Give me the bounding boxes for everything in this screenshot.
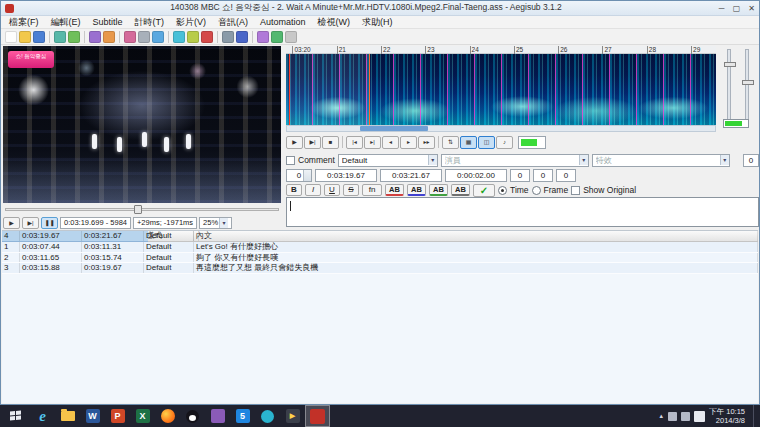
primary-color-button[interactable]: AB [385,184,404,196]
taskbar-aegisub-active[interactable] [305,405,330,427]
secondary-color-button[interactable]: AB [407,184,426,196]
title-bar[interactable]: 140308 MBC 쇼! 음악중심 - 2. Wait A Minute+Mr… [1,1,759,16]
audio-spectrogram[interactable] [286,54,716,125]
close-button[interactable]: ✕ [744,2,759,15]
effect-dropdown[interactable]: 特效 ▾ [592,154,730,167]
actor-dropdown[interactable]: 演員 ▾ [441,154,589,167]
options-icon[interactable] [285,31,297,43]
taskbar-qq[interactable] [180,405,205,427]
autoscroll-toggle[interactable]: ◫ [478,136,495,149]
comment-checkbox[interactable] [286,156,295,165]
hidden-icons-arrow[interactable]: ▲ [658,413,664,419]
resample-resolution-icon[interactable] [236,31,248,43]
audio-scrollbar-thumb[interactable] [360,126,428,131]
menu-video[interactable]: 影片(V) [170,16,212,29]
redo-icon[interactable] [68,31,80,43]
menu-subtitle[interactable]: Subtitle [87,16,129,29]
subtitle-row-2[interactable]: 2 0:03:11.65 0:03:15.74 Default 夠了 你又有什麼… [2,253,758,264]
selection-end-marker[interactable] [369,54,370,125]
taskbar-media-player[interactable]: ▶ [280,405,305,427]
autocommit-toggle[interactable]: ▦ [460,136,477,149]
taskbar-firefox[interactable] [155,405,180,427]
properties-icon[interactable] [124,31,136,43]
video-play-line-button[interactable]: ▶| [22,217,39,229]
subtitle-row-1[interactable]: 1 0:03:07.44 0:03:11.31 Default Let's Go… [2,242,758,253]
menu-timing[interactable]: 計時(T) [129,16,171,29]
seek-track[interactable] [5,208,279,211]
timing-postprocessor-icon[interactable] [201,31,213,43]
menu-audio[interactable]: 音訊(A) [212,16,254,29]
play-first-500ms-button[interactable]: ◂ [382,136,399,149]
selection-start-marker[interactable] [289,54,290,125]
maximize-button[interactable]: ▢ [729,2,744,15]
taskbar-app-5[interactable]: 5 [230,405,255,427]
seek-thumb[interactable] [134,205,142,214]
undo-icon[interactable] [54,31,66,43]
play-500ms-before-button[interactable]: |◂ [346,136,363,149]
tray-icon-2[interactable] [681,412,690,421]
margin-left-field[interactable]: 0 [510,169,530,182]
margin-right-field[interactable]: 0 [533,169,553,182]
zoom-volume-link-indicator[interactable] [723,119,749,128]
subtitle-text-editor[interactable] [286,197,759,227]
video-display[interactable]: 쇼! 음악중심 [3,46,281,203]
menu-edit[interactable]: 編輯(E) [45,16,87,29]
video-play-button[interactable]: ▶ [3,217,20,229]
taskbar-excel[interactable]: X [130,405,155,427]
minimize-button[interactable]: ─ [714,2,729,15]
taskbar-clock[interactable]: 下午 10:15 2014/3/8 [709,407,749,425]
taskbar-violet-app[interactable] [205,405,230,427]
menu-automation[interactable]: Automation [254,16,312,29]
margin-vertical-field[interactable]: 0 [556,169,576,182]
audio-level-spinner[interactable] [518,136,546,149]
duration-field[interactable]: 0:00:02.00 [445,169,507,182]
bold-button[interactable]: B [286,184,302,196]
taskbar-word[interactable]: W [80,405,105,427]
audio-stop-button[interactable]: ■ [322,136,339,149]
time-radio[interactable] [498,186,507,195]
new-subtitles-icon[interactable] [5,31,17,43]
font-face-button[interactable]: fn [362,184,382,196]
show-desktop-button[interactable] [753,405,758,427]
vertical-link-toggle[interactable]: ⇅ [442,136,459,149]
video-zoom-dropdown[interactable]: 25% ▾ [199,217,232,229]
taskbar-powerpoint[interactable]: P [105,405,130,427]
audio-vertical-zoom-slider[interactable] [727,49,731,127]
play-last-500ms-button[interactable]: ▸ [400,136,417,149]
frame-radio[interactable] [532,186,541,195]
save-subtitles-icon[interactable] [33,31,45,43]
underline-button[interactable]: U [324,184,340,196]
audio-play-selection-button[interactable]: ▶ [286,136,303,149]
styling-assistant-icon[interactable] [271,31,283,43]
play-500ms-after-button[interactable]: ▸| [364,136,381,149]
select-lines-icon[interactable] [187,31,199,43]
menu-help[interactable]: 求助(H) [356,16,399,29]
subtitle-row-4-selected[interactable]: 4 0:03:19.67 0:03:21.67 Default [2,231,148,242]
kanji-timer-icon[interactable] [222,31,234,43]
start-button[interactable] [0,405,30,427]
outline-color-button[interactable]: AB [429,184,448,196]
style-dropdown[interactable]: Default ▾ [338,154,438,167]
audio-scrollbar[interactable] [286,125,716,132]
open-subtitles-icon[interactable] [19,31,31,43]
translation-assistant-icon[interactable] [257,31,269,43]
attachments-icon[interactable] [152,31,164,43]
subtitle-row-3[interactable]: 3 0:03:15.88 0:03:19.67 Default 再這麼想了又想 … [2,263,758,274]
shift-times-icon[interactable] [173,31,185,43]
menu-view[interactable]: 檢視(W) [312,16,357,29]
strikeout-button[interactable]: S [343,184,359,196]
taskbar-file-explorer[interactable] [55,405,80,427]
find-replace-icon[interactable] [89,31,101,43]
audio-volume-slider[interactable] [745,49,749,127]
play-to-end-button[interactable]: ▸▸ [418,136,435,149]
styles-manager-icon[interactable] [138,31,150,43]
zoom-slider-thumb[interactable] [724,62,736,67]
start-time-field[interactable]: 0:03:19.67 [315,169,377,182]
tray-icon-1[interactable] [668,412,677,421]
layer-spinner[interactable]: 0 [286,169,312,182]
show-original-checkbox[interactable] [571,186,580,195]
italic-button[interactable]: I [305,184,321,196]
video-pause-button[interactable]: ❚❚ [41,217,58,229]
input-method-indicator[interactable] [694,411,705,422]
audio-selection[interactable] [286,54,369,125]
